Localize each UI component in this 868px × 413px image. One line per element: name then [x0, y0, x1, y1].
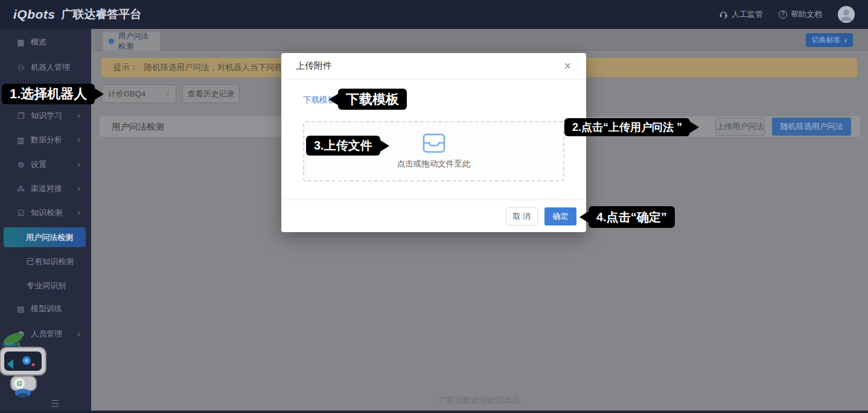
tab-dot-icon: [109, 39, 114, 44]
sidebar-item-data-analysis[interactable]: ▥ 数据分析 ∨: [0, 133, 91, 147]
user-icon: [838, 6, 855, 23]
chevron-down-icon: ∨: [77, 113, 81, 119]
headset-icon: [719, 10, 728, 19]
callout-step2-click-upload: 2.点击“上传用户问法 ”: [564, 118, 690, 136]
callout-step4-click-confirm: 4.点击“确定”: [589, 206, 675, 228]
clipboard-check-icon: ☑: [16, 209, 25, 218]
bottom-strip: [0, 411, 868, 413]
sidebar-item-knowledge-learning[interactable]: ❐ 知识学习 ∨: [0, 109, 91, 122]
sidebar-item-channel-connect[interactable]: ⁂ 渠道对接 ∨: [0, 182, 91, 195]
dialog-footer-divider: [281, 200, 586, 200]
model-icon: ▤: [16, 304, 25, 314]
view-history-button[interactable]: 查看历史记录: [182, 84, 240, 103]
brand-logo: iQbots: [13, 7, 56, 22]
chart-icon: ▥: [16, 136, 25, 145]
chevron-down-icon: ∨: [77, 162, 81, 168]
help-doc-link[interactable]: ? 帮助文档: [779, 9, 822, 20]
robot-select-value: 计价GBQ4: [108, 89, 145, 99]
robot-select[interactable]: 计价GBQ4 ∨: [101, 84, 176, 103]
book-icon: ❐: [16, 112, 25, 121]
callout-step1-select-robot: 1.选择机器人: [2, 84, 95, 104]
callout-download-template: 下载模板: [338, 89, 407, 110]
cancel-button[interactable]: 取 消: [506, 207, 538, 225]
callout-step3-upload-file: 3.上传文件: [306, 136, 380, 156]
tab-user-question-check[interactable]: 用户问法检测: [103, 32, 160, 51]
sidebar-item-knowledge-check[interactable]: ☑ 知识检测 ∧: [0, 206, 91, 219]
avatar[interactable]: [838, 6, 855, 23]
dialog-header: 上传附件 ✕: [281, 53, 586, 80]
dialog-title: 上传附件: [296, 60, 332, 72]
dropzone-hint: 点击或拖动文件至此: [397, 159, 471, 169]
tab-bar: 用户问法检测 切换标签 ∨: [91, 29, 868, 51]
manual-supervision-link[interactable]: 人工监管: [719, 9, 763, 20]
sidebar-item-robot-management[interactable]: ⚇ 机器人管理: [0, 61, 91, 74]
robot-mascot: Glodon G: [0, 329, 58, 400]
tip-alert-label: 提示：: [113, 62, 138, 73]
robot-icon: ⚇: [16, 63, 25, 72]
gear-icon: ⚙: [16, 160, 25, 169]
svg-text:Glodon: Glodon: [2, 342, 18, 347]
sidebar-item-overview[interactable]: ▦ 概览: [0, 36, 91, 49]
channel-icon: ⁂: [16, 184, 25, 194]
grid-icon: ▦: [16, 38, 25, 47]
chevron-down-icon: ∨: [77, 186, 81, 192]
page-footer: 广联达数据智能部出品: [91, 395, 868, 406]
upload-user-question-button[interactable]: 上传用户问法: [715, 118, 765, 136]
sidebar-subitem-user-question-check[interactable]: 用户问法检测: [4, 227, 86, 247]
sidebar-item-model-training[interactable]: ▤ 模型训练: [0, 302, 91, 315]
help-doc-label: 帮助文档: [791, 9, 822, 20]
sidebar-subitem-professional-word-recognition[interactable]: 专业词识别: [27, 280, 66, 291]
chevron-up-icon: ∧: [77, 210, 81, 216]
header-right: 人工监管 ? 帮助文档: [719, 6, 855, 23]
inbox-upload-icon: [423, 133, 445, 153]
switch-tab-button[interactable]: 切换标签 ∨: [806, 33, 853, 47]
random-filter-question-button[interactable]: 随机筛选用户问法: [772, 118, 851, 136]
manual-supervision-label: 人工监管: [732, 9, 763, 20]
sidebar-subitem-existing-knowledge-check[interactable]: 已有知识检测: [27, 256, 74, 267]
brand-title: 广联达睿答平台: [62, 7, 142, 22]
brand: iQbots 广联达睿答平台: [13, 7, 142, 22]
close-icon[interactable]: ✕: [564, 61, 572, 71]
tab-label: 用户问法检测: [118, 31, 154, 52]
chevron-down-icon: ∨: [77, 331, 81, 337]
chevron-down-icon: ∨: [165, 90, 170, 97]
menu-fold-icon[interactable]: ☰: [51, 398, 59, 409]
section-title: 用户问法检测: [112, 116, 164, 137]
sidebar-item-settings[interactable]: ⚙ 设置 ∨: [0, 158, 91, 171]
confirm-button[interactable]: 确定: [544, 207, 576, 225]
question-circle-icon: ?: [779, 10, 787, 19]
svg-text:G: G: [17, 380, 22, 387]
chevron-down-icon: ∨: [77, 137, 81, 143]
chevron-down-icon: ∨: [843, 37, 847, 43]
app-header: iQbots 广联达睿答平台 人工监管 ? 帮助文档: [0, 0, 868, 29]
